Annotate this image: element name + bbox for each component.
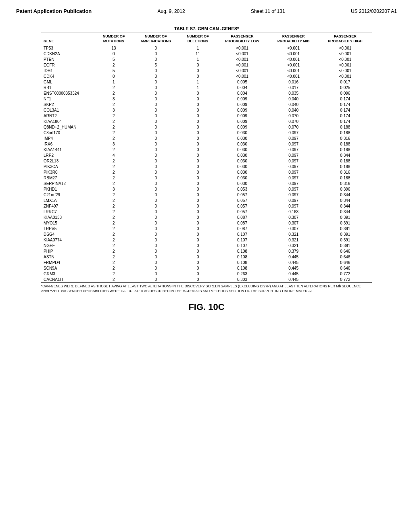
data-cell: 0.263 xyxy=(216,271,268,276)
gene-name-cell: IMP4 xyxy=(41,135,96,141)
data-cell: 0.108 xyxy=(216,248,268,254)
data-cell: 0 xyxy=(180,181,216,186)
table-row: ENST000003533242000.0040.0350.096 xyxy=(41,90,372,96)
col-prob-mid: PASSENGERPROBABILITY MID xyxy=(269,33,319,45)
data-cell: 0 xyxy=(180,73,216,79)
data-cell: 0.307 xyxy=(269,214,319,220)
publication-date: Aug. 9, 2012 xyxy=(158,8,185,14)
data-cell: 1 xyxy=(180,45,216,51)
gene-name-cell: COL3A1 xyxy=(41,107,96,113)
data-cell: 0 xyxy=(132,102,180,107)
data-cell: 3 xyxy=(96,186,132,192)
data-cell: <0.001 xyxy=(269,68,319,73)
data-cell: 0.174 xyxy=(319,102,372,107)
gene-name-cell: C21orf29 xyxy=(41,192,96,197)
data-cell: 2 xyxy=(96,276,132,283)
data-cell: 3 xyxy=(132,73,180,79)
gene-name-cell: CDKN2A xyxy=(41,51,96,56)
table-row: GML1010.0050.0160.017 xyxy=(41,79,372,85)
data-cell: 0.097 xyxy=(269,147,319,152)
data-cell: 0.030 xyxy=(216,141,268,147)
data-cell: <0.001 xyxy=(216,51,268,56)
gene-name-cell: DSG4 xyxy=(41,231,96,237)
data-cell: 0 xyxy=(180,209,216,214)
data-cell: 0 xyxy=(180,231,216,237)
table-row: KIAA01332000.0870.3070.391 xyxy=(41,214,372,220)
data-cell: 0 xyxy=(180,237,216,243)
data-cell: 0 xyxy=(132,214,180,220)
data-cell: 0.097 xyxy=(269,203,319,209)
data-cell: <0.001 xyxy=(216,56,268,62)
data-cell: 3 xyxy=(96,141,132,147)
gene-name-cell: Q8ND+2_HUMAN xyxy=(41,124,96,130)
data-cell: 2 xyxy=(96,158,132,164)
data-cell: 0.004 xyxy=(216,85,268,90)
table-row: MYO152000.0870.3070.391 xyxy=(41,220,372,226)
data-cell: 0.646 xyxy=(319,265,372,271)
data-cell: 2 xyxy=(96,243,132,248)
data-cell: 0.174 xyxy=(319,113,372,118)
table-row: OR2L132000.0300.0970.188 xyxy=(41,158,372,164)
gene-name-cell: GML xyxy=(41,79,96,85)
table-row: KIAA14412000.0300.0970.188 xyxy=(41,147,372,152)
data-cell: 0.344 xyxy=(319,192,372,197)
data-cell: 0 xyxy=(180,175,216,181)
data-cell: 0 xyxy=(132,51,180,56)
data-cell: 2 xyxy=(96,175,132,181)
data-cell: 0.188 xyxy=(319,141,372,147)
data-cell: <0.001 xyxy=(216,73,268,79)
gene-name-cell: NF1 xyxy=(41,96,96,102)
data-cell: 0 xyxy=(180,130,216,135)
col-prob-high: PASSENGERPROBABILITY HIGH xyxy=(319,33,372,45)
gene-name-cell: ASTN xyxy=(41,254,96,260)
gene-name-cell: LMX1A xyxy=(41,197,96,203)
data-cell: 0 xyxy=(132,181,180,186)
data-cell: 0.004 xyxy=(216,90,268,96)
data-cell: 0.188 xyxy=(319,158,372,164)
data-cell: 0 xyxy=(132,68,180,73)
data-cell: 0 xyxy=(180,90,216,96)
data-cell: 0 xyxy=(132,209,180,214)
data-cell: 0.344 xyxy=(319,209,372,214)
data-cell: 0.445 xyxy=(269,254,319,260)
gene-name-cell: CACNA1H xyxy=(41,276,96,283)
gene-name-cell: ARNT2 xyxy=(41,113,96,118)
data-cell: 0.188 xyxy=(319,175,372,181)
data-cell: 0.163 xyxy=(269,209,319,214)
data-cell: 0 xyxy=(180,62,216,68)
data-cell: 13 xyxy=(96,45,132,51)
table-row: COL3A13000.0090.0400.174 xyxy=(41,107,372,113)
table-row: TP531301<0.001<0.001<0.001 xyxy=(41,45,372,51)
data-cell: 0 xyxy=(180,124,216,130)
gene-name-cell: ENST00000353324 xyxy=(41,90,96,96)
data-cell: 0 xyxy=(132,147,180,152)
gene-name-cell: CDK4 xyxy=(41,73,96,79)
data-cell: 0.097 xyxy=(269,164,319,169)
data-cell: 0.321 xyxy=(269,243,319,248)
data-cell: 0 xyxy=(180,271,216,276)
table-row: PIK3CA2000.0300.0970.188 xyxy=(41,164,372,169)
data-cell: 0 xyxy=(180,113,216,118)
data-cell: 0.107 xyxy=(216,243,268,248)
data-cell: <0.001 xyxy=(319,62,372,68)
data-cell: 0 xyxy=(132,276,180,283)
data-cell: 0.030 xyxy=(216,152,268,158)
data-cell: 0 xyxy=(132,130,180,135)
data-cell: 0.303 xyxy=(216,276,268,283)
data-cell: 0.772 xyxy=(319,271,372,276)
data-cell: 5 xyxy=(132,62,180,68)
data-cell: 0.391 xyxy=(319,214,372,220)
data-cell: 0 xyxy=(132,186,180,192)
data-cell: 0.188 xyxy=(319,164,372,169)
data-cell: 0.096 xyxy=(319,90,372,96)
data-cell: 0 xyxy=(132,248,180,254)
data-cell: 0.030 xyxy=(216,135,268,141)
data-cell: 0.040 xyxy=(269,102,319,107)
data-cell: 2 xyxy=(96,62,132,68)
data-cell: <0.001 xyxy=(269,51,319,56)
data-cell: 0 xyxy=(180,197,216,203)
data-cell: 0 xyxy=(132,107,180,113)
gene-name-cell: KIAA1804 xyxy=(41,118,96,124)
data-cell: 2 xyxy=(96,85,132,90)
data-cell: 0.316 xyxy=(319,169,372,175)
